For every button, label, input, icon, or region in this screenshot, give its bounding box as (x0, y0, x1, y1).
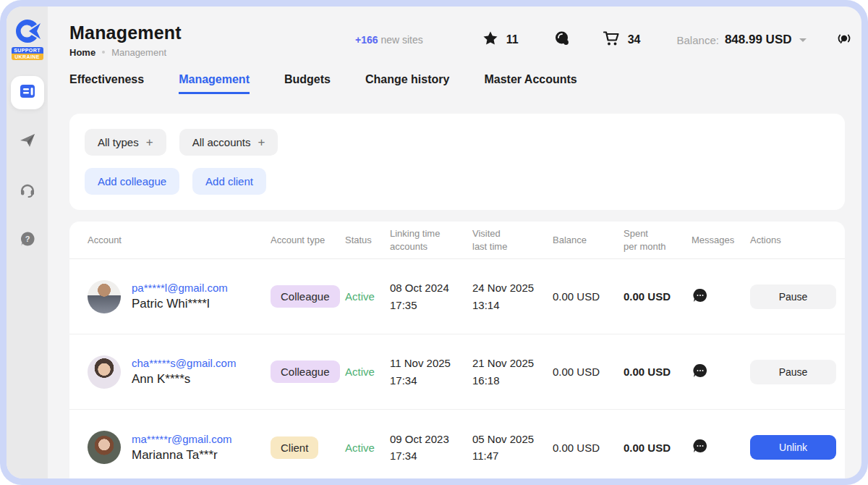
headset-icon (19, 181, 36, 201)
new-sites-label: new sites (378, 34, 423, 46)
filter-all-accounts-label: All accounts (192, 136, 251, 148)
filter-all-types-label: All types (98, 136, 139, 148)
table-row: cha*****s@gmail.com Ann K****s Colleague… (69, 334, 845, 410)
main-area: Management Home Management +166 new site… (48, 7, 861, 478)
account-type-badge: Colleague (271, 360, 340, 383)
balance-value: 848.99 USD (725, 33, 792, 47)
section-tabs: Effectiveness Management Budgets Change … (69, 73, 845, 105)
ukraine-label: UKRAINE (12, 54, 43, 60)
notifications-button[interactable] (835, 30, 853, 50)
status-badge: Active (345, 290, 390, 303)
sidebar-menu: ? (11, 76, 44, 257)
avatar (88, 355, 121, 389)
linking-time-cell: 08 Oct 2024 17:35 (390, 279, 472, 313)
add-client-button[interactable]: Add client (192, 168, 266, 195)
topbar: Management Home Management +166 new site… (69, 7, 845, 73)
cart-counter[interactable]: 34 (603, 30, 641, 50)
visited-last-cell: 21 Nov 2025 16:18 (472, 355, 553, 389)
brand-logo[interactable]: SUPPORT UKRAINE (12, 17, 43, 60)
support-label: SUPPORT (12, 47, 43, 54)
action-row: Add colleague Add client (85, 168, 830, 195)
favorites-count: 11 (506, 33, 519, 46)
messages-button[interactable] (692, 363, 709, 380)
add-colleague-label: Add colleague (98, 175, 166, 187)
account-type-badge: Colleague (271, 285, 340, 308)
tab-change-history[interactable]: Change history (365, 73, 449, 94)
filter-all-accounts[interactable]: All accounts + (179, 129, 278, 156)
account-email-link[interactable]: pa*****l@gmail.com (132, 282, 228, 294)
cart-count: 34 (628, 33, 641, 46)
column-header-linking-time: Linking time accounts (390, 227, 472, 253)
balance-cell: 0.00 USD (553, 366, 624, 378)
message-bubble-icon (692, 363, 708, 379)
spent-cell: 0.00 USD (624, 442, 692, 454)
support-ukraine-badge: SUPPORT UKRAINE (12, 47, 43, 60)
message-bubble-icon (692, 438, 708, 454)
pause-button[interactable]: Pause (750, 360, 836, 384)
column-header-visited: Visited last time (472, 227, 553, 253)
spent-cell: 0.00 USD (624, 366, 692, 378)
account-type-badge: Client (271, 436, 318, 459)
spent-cell: 0.00 USD (624, 290, 692, 303)
breadcrumb-home[interactable]: Home (69, 47, 95, 58)
feed-icon (18, 82, 37, 104)
account-name: Ann K****s (132, 372, 236, 387)
messages-button[interactable] (692, 287, 709, 305)
account-email-link[interactable]: cha*****s@gmail.com (132, 357, 236, 369)
balance-cell: 0.00 USD (553, 290, 624, 303)
sidebar-item-support[interactable] (11, 174, 44, 208)
breadcrumb: Home Management (69, 47, 355, 58)
filter-all-types[interactable]: All types + (85, 129, 166, 156)
app-frame: SUPPORT UKRAINE (0, 0, 868, 485)
notification-bell-icon (835, 30, 853, 50)
sidebar-item-telegram[interactable] (11, 125, 44, 159)
account-name: Patric Whi****l (132, 297, 228, 311)
app-window: SUPPORT UKRAINE (7, 7, 861, 478)
chevron-down-icon (799, 38, 807, 42)
account-cell: ma*****r@gmail.com Marianna Ta***r (88, 431, 271, 464)
star-icon (482, 30, 498, 49)
message-bubble-icon (692, 287, 708, 303)
plus-icon: + (258, 135, 265, 150)
column-header-balance: Balance (553, 234, 624, 247)
add-colleague-button[interactable]: Add colleague (85, 168, 179, 195)
add-client-label: Add client (205, 175, 253, 187)
tab-master-accounts[interactable]: Master Accounts (484, 73, 576, 94)
sidebar-item-help[interactable]: ? (11, 224, 44, 257)
messages-button[interactable] (692, 438, 709, 455)
status-badge: Active (345, 442, 390, 454)
page-title: Management (69, 22, 355, 43)
tab-budgets[interactable]: Budgets (284, 73, 331, 94)
column-header-spent: Spent per month (624, 227, 692, 253)
new-sites-indicator[interactable]: +166 new sites (355, 34, 423, 46)
avatar (88, 431, 121, 464)
tab-effectiveness[interactable]: Effectiveness (69, 73, 144, 94)
column-header-status: Status (345, 234, 390, 247)
account-name: Marianna Ta***r (132, 448, 232, 463)
column-header-account: Account (88, 234, 271, 247)
balance-selector[interactable]: Balance: 848.99 USD (677, 33, 807, 47)
question-bubble-icon: ? (19, 230, 36, 250)
table-row: ma*****r@gmail.com Marianna Ta***r Clien… (69, 410, 845, 478)
unlink-button[interactable]: Unlink (750, 435, 836, 460)
cart-icon (603, 30, 620, 50)
column-header-actions: Actions (750, 234, 845, 247)
balance-label: Balance: (677, 34, 719, 46)
column-header-account-type: Account type (271, 234, 345, 247)
favorites-counter[interactable]: 11 (482, 30, 519, 49)
account-email-link[interactable]: ma*****r@gmail.com (132, 433, 232, 445)
table-row: pa*****l@gmail.com Patric Whi****l Colle… (69, 259, 845, 334)
pause-button[interactable]: Pause (750, 284, 836, 309)
sidebar: SUPPORT UKRAINE (7, 7, 48, 478)
linking-time-cell: 11 Nov 2025 17:34 (390, 355, 472, 389)
tab-management[interactable]: Management (179, 73, 250, 94)
column-header-messages: Messages (692, 234, 750, 247)
paper-plane-icon (19, 132, 36, 152)
filters-panel: All types + All accounts + Add colleague… (69, 114, 845, 210)
chat-bubble-icon (553, 30, 571, 50)
breadcrumb-separator (102, 51, 105, 54)
brand-c-arrow-icon (13, 17, 42, 46)
chat-indicator[interactable] (553, 30, 571, 50)
sidebar-item-feed[interactable] (11, 76, 44, 109)
account-cell: pa*****l@gmail.com Patric Whi****l (88, 280, 271, 313)
